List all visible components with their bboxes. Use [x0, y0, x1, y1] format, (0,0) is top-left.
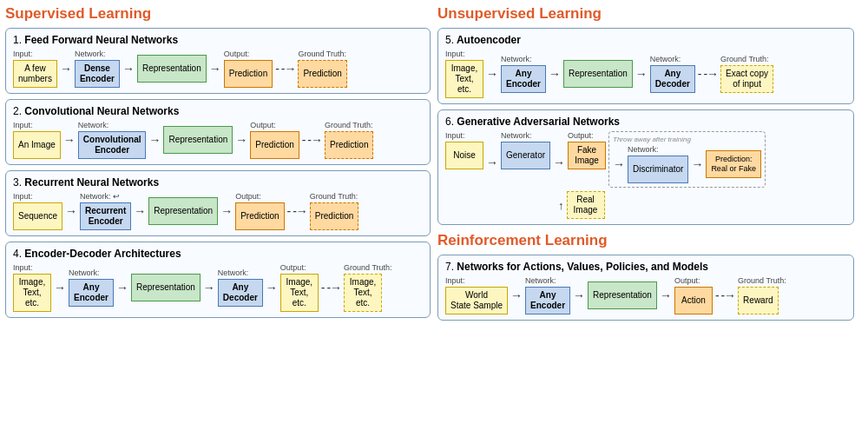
- rnn-repr-node: Representation: [148, 197, 218, 225]
- gan-disc-row: → Network: Discriminator → Prediction: R…: [613, 145, 761, 183]
- ae-enc-col: Network: Any Encoder: [501, 55, 546, 93]
- rnn-flow: Input: Sequence → Network: ↩ Recurrent E…: [13, 192, 423, 230]
- ae-repr-node: Representation: [563, 60, 633, 88]
- gan-real-node: Real Image: [567, 191, 605, 219]
- rl-diagram: 7. Networks for Actions, Values, Policie…: [437, 255, 854, 321]
- rnn-output-col: Output: Prediction: [235, 192, 284, 230]
- cnn-pred-node: Prediction: [250, 131, 299, 159]
- ffnn-network-node: Dense Encoder: [75, 60, 120, 88]
- cnn-gt-col: Ground Truth: Prediction: [325, 121, 373, 159]
- ffnn-flow: Input: A few numbers → Network: Dense En…: [13, 50, 423, 88]
- ae-input-node: Image, Text, etc.: [445, 60, 483, 98]
- arrow-dashed1: - -→: [275, 62, 295, 76]
- gan-fake-col: Output: Fake Image: [568, 131, 606, 169]
- ae-gt-node: Exact copy of input: [720, 65, 773, 93]
- autoencoder-diagram: 5. Autoencoder Input: Image, Text, etc. …: [437, 28, 854, 104]
- rnn-input-node: Sequence: [13, 202, 62, 230]
- cnn-output-col: Output: Prediction: [250, 121, 299, 159]
- rnn-network-col: Network: ↩ Recurrent Encoder: [80, 192, 131, 230]
- gan-disc-col: Network: Discriminator: [628, 145, 688, 183]
- gan-disc-node: Discriminator: [628, 156, 688, 183]
- supervised-panel: Supervised Learning 1. Feed Forward Neur…: [5, 5, 431, 432]
- autoencoder-flow: Input: Image, Text, etc. → Network: Any …: [445, 50, 846, 98]
- rl-input-col: Input: World State Sample: [445, 276, 508, 315]
- rnn-pred-node: Prediction: [235, 202, 284, 230]
- rnn-diagram: 3. Recurrent Neural Networks Input: Sequ…: [5, 170, 431, 236]
- encdec-dec-node: Any Decoder: [218, 279, 263, 307]
- ae-enc-node: Any Encoder: [501, 65, 546, 93]
- ffnn-gt-node: Prediction: [298, 60, 346, 88]
- cnn-repr-node: Representation: [163, 126, 233, 154]
- cnn-gt-node: Prediction: [325, 131, 373, 159]
- gan-diagram: 6. Generative Adversarial Networks Input…: [437, 109, 854, 225]
- cnn-flow: Input: An Image → Network: Convolutional…: [13, 121, 423, 159]
- cnn-input-node: An Image: [13, 131, 61, 159]
- encdec-title: 4. Encoder-Decoder Architectures: [13, 248, 423, 260]
- gan-right-section: Throw away after training → Network: Dis…: [608, 131, 766, 188]
- ffnn-output-col: Output: Prediction: [224, 50, 273, 88]
- rl-flow: Input: World State Sample → Network: Any…: [445, 276, 846, 315]
- rl-input-node: World State Sample: [445, 287, 508, 315]
- ffnn-network-col: Network: Dense Encoder: [75, 50, 120, 88]
- encdec-input-node: Image, Text, etc.: [13, 274, 51, 312]
- rl-gt-col: Ground Truth: Reward: [738, 276, 786, 315]
- rnn-gt-node: Prediction: [310, 202, 358, 230]
- encdec-gt-node: Image, Text, etc.: [344, 274, 382, 312]
- right-panel: Unsupervised Learning 5. Autoencoder Inp…: [437, 5, 854, 432]
- ae-input-col: Input: Image, Text, etc.: [445, 50, 483, 98]
- cnn-network-node: Convolutional Encoder: [78, 131, 147, 159]
- encdec-output-col: Output: Image, Text, etc.: [280, 263, 319, 312]
- ffnn-repr-node: Representation: [137, 55, 207, 83]
- autoencoder-title: 5. Autoencoder: [445, 34, 846, 46]
- rl-repr-node: Representation: [588, 281, 657, 309]
- rl-enc-node: Any Encoder: [525, 287, 570, 315]
- encdec-dec-col: Network: Any Decoder: [218, 268, 263, 307]
- gan-real-row: ↑ Real Image: [558, 191, 846, 219]
- rl-title: Reinforcement Learning: [437, 232, 854, 249]
- gan-pred-node: Prediction: Real or Fake: [706, 150, 761, 178]
- ae-dec-col: Network: Any Decoder: [650, 55, 695, 93]
- encdec-enc-col: Network: Any Encoder: [69, 268, 114, 307]
- ffnn-gt-col: Ground Truth: Prediction: [298, 50, 346, 88]
- cnn-title: 2. Convolutional Neural Networks: [13, 105, 423, 117]
- encdec-input-col: Input: Image, Text, etc.: [13, 263, 51, 312]
- rnn-title: 3. Recurrent Neural Networks: [13, 176, 423, 189]
- gan-flow-wrapper: Input: Noise → Network: Generator → Outp…: [445, 131, 846, 188]
- rnn-input-col: Input: Sequence: [13, 192, 62, 230]
- gan-input-col: Input: Noise: [445, 131, 483, 169]
- gan-title: 6. Generative Adversarial Networks: [445, 116, 846, 128]
- gan-dashed-region: Throw away after training → Network: Dis…: [608, 131, 766, 188]
- arrow2: →: [122, 62, 135, 76]
- unsupervised-title: Unsupervised Learning: [437, 5, 854, 23]
- encdec-gt-col: Ground Truth: Image, Text, etc.: [344, 263, 392, 312]
- ffnn-diagram: 1. Feed Forward Neural Networks Input: A…: [5, 28, 431, 94]
- rnn-gt-col: Ground Truth: Prediction: [310, 192, 358, 230]
- gan-gen-node: Generator: [501, 142, 550, 169]
- rnn-network-node: Recurrent Encoder: [80, 202, 131, 230]
- gan-input-node: Noise: [445, 142, 483, 169]
- arrow1: →: [60, 62, 72, 76]
- rl-output-col: Output: Action: [674, 276, 713, 315]
- gan-left-flow: Input: Noise → Network: Generator → Outp…: [445, 131, 606, 169]
- encdec-diagram: 4. Encoder-Decoder Architectures Input: …: [5, 242, 431, 318]
- ffnn-pred-node: Prediction: [224, 60, 273, 88]
- gan-fake-node: Fake Image: [568, 142, 606, 169]
- gan-throw-label: Throw away after training: [613, 136, 691, 143]
- ae-dec-node: Any Decoder: [650, 65, 695, 93]
- cnn-input-col: Input: An Image: [13, 121, 61, 159]
- encdec-repr-node: Representation: [131, 274, 201, 301]
- rl-enc-col: Network: Any Encoder: [525, 276, 570, 315]
- encdec-output-node: Image, Text, etc.: [280, 274, 319, 312]
- ffnn-title: 1. Feed Forward Neural Networks: [13, 34, 423, 46]
- ae-gt-col: Ground Truth: Exact copy of input: [720, 55, 773, 93]
- encdec-flow: Input: Image, Text, etc. → Network: Any …: [13, 263, 423, 312]
- cnn-network-col: Network: Convolutional Encoder: [78, 121, 147, 159]
- rl-action-node: Action: [674, 287, 713, 315]
- ffnn-input-col: Input: A few numbers: [13, 50, 57, 88]
- arrow3: →: [209, 62, 221, 76]
- supervised-title: Supervised Learning: [5, 5, 431, 23]
- cnn-diagram: 2. Convolutional Neural Networks Input: …: [5, 99, 431, 165]
- encdec-enc-node: Any Encoder: [69, 279, 114, 307]
- gan-gen-col: Network: Generator: [501, 131, 550, 169]
- rl-diag-title: 7. Networks for Actions, Values, Policie…: [445, 261, 846, 273]
